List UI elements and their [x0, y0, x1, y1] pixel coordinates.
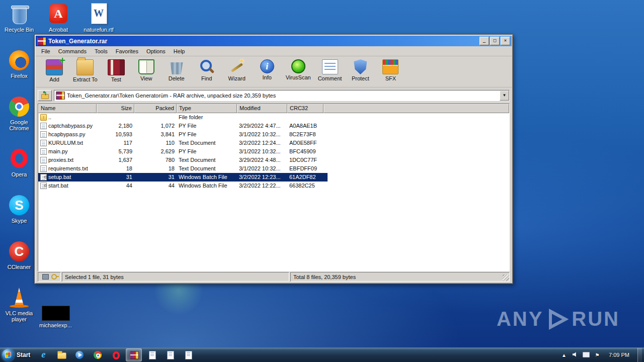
acrobat-icon: [47, 3, 70, 25]
tray-icon-flag[interactable]: [594, 352, 601, 358]
maximize-button[interactable]: □: [490, 37, 500, 45]
file-row-main-py[interactable]: main.py 5,739 2,629 PY File 3/1/2022 10:…: [38, 147, 328, 156]
tray-icon-hidden[interactable]: [560, 352, 568, 358]
file-row-requirements-txt[interactable]: requirements.txt 18 18 Text Document 3/1…: [38, 164, 328, 173]
file-row-hcapbypass-py[interactable]: hcapbypass.py 10,593 3,841 PY File 3/1/2…: [38, 130, 328, 139]
toolbar-button-virusscan[interactable]: VirusScan: [283, 58, 314, 82]
file-name: start.bat: [48, 182, 68, 190]
file-name: hcapbypass.py: [48, 130, 85, 139]
file-name-cell: requirements.txt: [38, 164, 97, 173]
file-modified-cell: [237, 113, 287, 122]
taskbar-button-opera[interactable]: [108, 348, 124, 361]
toolbar-button-extract-to[interactable]: Extract To: [70, 58, 101, 84]
column-header-size[interactable]: Size: [97, 104, 134, 113]
toolbar-button-delete[interactable]: Delete: [162, 58, 191, 83]
file-type-cell: Windows Batch File: [177, 173, 237, 182]
file-row-captchabypass-py[interactable]: captchabypass.py 2,180 1,072 PY File 3/2…: [38, 122, 328, 130]
desktop-icon-firefox[interactable]: Firefox: [3, 49, 35, 79]
file-row-setup-bat[interactable]: setup.bat 31 31 Windows Batch File 3/2/2…: [38, 173, 328, 182]
toolbar-button-sfx[interactable]: SFX: [376, 58, 405, 83]
toolbar-button-test[interactable]: Test: [102, 58, 131, 84]
desktop-icon-skype[interactable]: Skype: [3, 194, 35, 224]
tray-icon-network[interactable]: [583, 352, 590, 358]
taskbar-button-chrome[interactable]: [90, 348, 106, 361]
toolbar-button-label: Find: [195, 75, 218, 81]
key-icon: [51, 274, 57, 280]
menu-item[interactable]: Help: [170, 47, 189, 55]
file-packed-cell: 1,072: [134, 122, 177, 130]
toolbar-button-comment[interactable]: Comment: [315, 58, 345, 83]
toolbar-button-protect[interactable]: Protect: [346, 58, 375, 83]
word-doc-icon: [87, 3, 110, 25]
toolbar-button-view[interactable]: View: [132, 58, 161, 83]
desktop-icon-label: CCleaner: [3, 264, 35, 270]
address-dropdown-arrow-icon[interactable]: ▼: [500, 90, 509, 101]
window-titlebar[interactable]: Token_Generator.rar _ □ ✕: [36, 36, 512, 46]
desktop-icon-opera[interactable]: Opera: [3, 148, 35, 177]
file-row-proxies-txt[interactable]: proxies.txt 1,637 780 Text Document 3/29…: [38, 156, 328, 164]
toolbar-button-add[interactable]: Add: [40, 58, 69, 84]
column-header-crc32[interactable]: CRC32: [287, 104, 324, 113]
taskbar-button-ie[interactable]: [35, 348, 51, 361]
taskbar: Start: [0, 347, 644, 362]
taskbar-clock[interactable]: 7:09 PM: [605, 352, 633, 358]
desktop-icon-top-row: Acrobat naturefun.rtf: [42, 3, 115, 33]
column-header-name[interactable]: Name: [38, 104, 97, 113]
taskbar-button-doc[interactable]: [144, 348, 160, 361]
file-row-start-bat[interactable]: start.bat 44 44 Windows Batch File 3/2/2…: [38, 182, 328, 190]
toolbar-button-info[interactable]: Info: [253, 58, 282, 82]
resize-grip[interactable]: [503, 275, 509, 281]
file-size-cell: 31: [97, 173, 134, 182]
file-crc32-cell: A0A8AE1B: [287, 122, 324, 130]
desktop-icon-acrobat[interactable]: Acrobat: [42, 3, 74, 33]
menu-item[interactable]: File: [38, 47, 54, 55]
file-size-cell: 5,739: [97, 147, 134, 156]
column-header-type[interactable]: Type: [177, 104, 237, 113]
taskbar-button-folder[interactable]: [53, 348, 69, 361]
wizard-icon: [229, 59, 245, 74]
address-row: Token_Generator.rar\Token Generatorüm - …: [36, 87, 512, 104]
start-button[interactable]: Start: [0, 348, 35, 362]
menu-item[interactable]: Tools: [91, 47, 111, 55]
taskbar-button-winrar[interactable]: [126, 348, 142, 361]
show-desktop-button[interactable]: [637, 348, 642, 362]
file-name: requirements.txt: [48, 164, 88, 173]
file-row-kurulum-txt[interactable]: KURULUM.txt 117 110 Text Document 3/2/20…: [38, 139, 328, 147]
toolbar-button-find[interactable]: Find: [192, 58, 221, 83]
desktop-icon-vlc-media-player[interactable]: VLC media player: [3, 287, 35, 322]
tray-icon-volume[interactable]: [572, 352, 579, 358]
folder-icon: [57, 350, 66, 359]
close-button[interactable]: ✕: [501, 37, 510, 45]
desktop-icon-ccleaner[interactable]: CCleaner: [3, 240, 35, 270]
menu-item[interactable]: Commands: [55, 47, 90, 55]
file-modified-cell: 3/1/2022 10:32...: [237, 147, 287, 156]
taskbar-button-media[interactable]: [71, 348, 88, 361]
taskbar-button-doc[interactable]: [180, 348, 196, 361]
toolbar-button-label: Wizard: [225, 75, 249, 81]
file-modified-cell: 3/29/2022 4:47...: [237, 122, 287, 130]
toolbar-button-wizard[interactable]: Wizard: [222, 58, 252, 83]
skype-icon: [8, 194, 31, 216]
sfx-icon: [382, 59, 398, 74]
desktop-icon-google-chrome[interactable]: Google Chrome: [3, 96, 35, 131]
desktop-icon-naturefun-rtf[interactable]: naturefun.rtf: [83, 3, 115, 33]
file-modified-cell: 3/29/2022 4:48...: [237, 156, 287, 164]
file-row-[interactable]: .. File folder: [38, 113, 328, 122]
taskbar-button-doc[interactable]: [162, 348, 178, 361]
column-header-modified[interactable]: Modified: [237, 104, 287, 113]
column-header-packed[interactable]: Packed: [134, 104, 177, 113]
menu-item[interactable]: Favorites: [112, 47, 142, 55]
toolbar-button-label: Protect: [349, 75, 372, 81]
minimize-button[interactable]: _: [479, 37, 489, 45]
up-one-level-button[interactable]: [38, 90, 52, 101]
file-name-cell: proxies.txt: [38, 156, 97, 164]
address-combobox[interactable]: Token_Generator.rar\Token Generatorüm - …: [54, 90, 510, 101]
desktop-icon-recycle-bin[interactable]: Recycle Bin: [3, 3, 35, 33]
anyrun-play-icon: [546, 309, 569, 330]
desktop-icon-label: michaelexp...: [39, 322, 71, 328]
desktop-icon-michaelexp[interactable]: michaelexp...: [39, 304, 71, 328]
status-icons-panel: [38, 272, 61, 282]
file-type-cell: Text Document: [177, 139, 237, 147]
file-modified-cell: 3/1/2022 10:32...: [237, 164, 287, 173]
menu-item[interactable]: Options: [143, 47, 169, 55]
